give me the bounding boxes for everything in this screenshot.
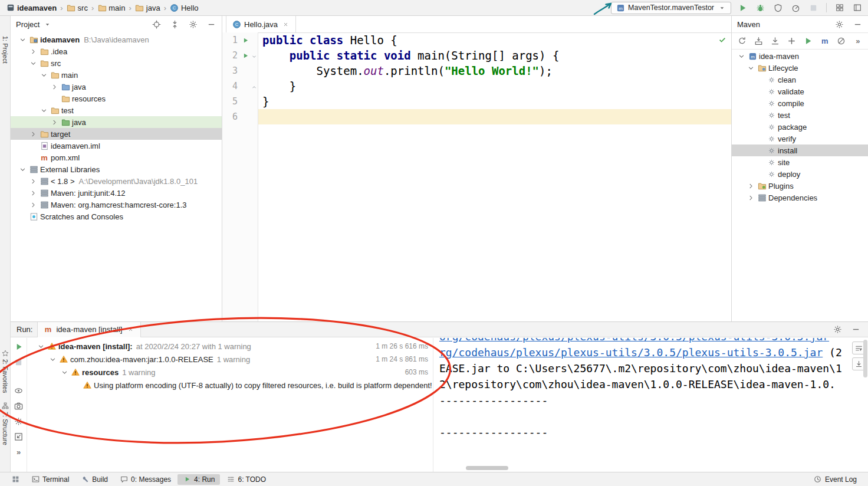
line-number[interactable]: 5 [222, 94, 238, 109]
star-icon[interactable] [2, 350, 9, 357]
statusbar-4-run[interactable]: 4: Run [177, 474, 220, 485]
structure-icon[interactable] [2, 402, 9, 409]
code-line[interactable]: } [258, 94, 731, 109]
code-line[interactable]: } [258, 78, 731, 94]
tree-item-verify[interactable]: verify [732, 133, 868, 145]
line-number[interactable]: 6 [222, 109, 238, 124]
minimize-button[interactable] [852, 19, 863, 29]
editor-tab-hello-java[interactable]: C Hello.java [226, 16, 296, 32]
line-number[interactable]: 4 [222, 78, 238, 94]
tree-item-main[interactable]: main [11, 69, 222, 81]
fold-up-icon[interactable] [251, 83, 257, 92]
statusbar-event-log[interactable]: Event Log [808, 474, 862, 485]
code-line[interactable] [258, 109, 731, 124]
camera-button[interactable] [14, 401, 24, 411]
editor-body[interactable]: 123456 public class Hello { public stati… [222, 32, 731, 321]
execute-m-button[interactable]: m [820, 36, 830, 47]
breadcrumb-java[interactable]: java [134, 3, 162, 12]
project-panel-title[interactable]: Project [16, 20, 40, 29]
tree-item-idea-maven-install[interactable]: idea-maven [install]:at 2020/2/24 20:27 … [28, 340, 433, 353]
gear-button[interactable] [832, 324, 843, 335]
layout-grid-button[interactable] [834, 2, 846, 14]
tool-window-button[interactable] [851, 2, 863, 14]
tree-item-ideamaven[interactable]: ideamavenB:\Java\ideamaven [11, 34, 222, 45]
line-number[interactable]: 1 [222, 32, 238, 48]
tree-item-com-zhou-idea-maven-jar-1-0-0-release[interactable]: com.zhou:idea-maven:jar:1.0.0-RELEASE1 w… [28, 353, 433, 366]
statusbar-grid[interactable] [6, 474, 25, 485]
stop-button[interactable] [807, 2, 819, 14]
download-button[interactable] [770, 36, 780, 47]
stripe-project-button[interactable]: 1: Project [2, 36, 9, 63]
tree-item-resources[interactable]: resources [11, 93, 222, 104]
plus-button[interactable] [787, 36, 796, 47]
vertical-scrollbar[interactable] [863, 340, 867, 377]
breadcrumb-main[interactable]: main [96, 3, 126, 12]
tree-item-test[interactable]: test [732, 109, 868, 121]
run-line-icon[interactable] [242, 52, 249, 61]
gear-button[interactable] [188, 19, 198, 29]
stripe-structure-button[interactable]: 7: Structure [2, 412, 9, 445]
close-icon[interactable] [281, 19, 290, 29]
run-tab-idea-maven-install[interactable]: m idea-maven [install] [37, 322, 141, 337]
code-line[interactable]: public class Hello { [258, 32, 731, 48]
dock-button[interactable] [14, 432, 24, 441]
minimize-button[interactable] [850, 324, 861, 335]
tree-item-resources[interactable]: resources1 warning603 ms [28, 366, 433, 379]
gear-button[interactable] [834, 19, 844, 29]
console-link[interactable]: rg/codehaus/plexus/plexus-utils/3.0.5/pl… [439, 346, 823, 359]
eye-button[interactable] [14, 386, 24, 395]
tree-item-idea[interactable]: .idea [11, 45, 222, 57]
tree-item-package[interactable]: package [732, 121, 868, 133]
tree-item-scratches-and-consoles[interactable]: Scratches and Consoles [11, 211, 222, 222]
more-button[interactable]: » [853, 36, 863, 47]
gear-button[interactable] [14, 416, 24, 426]
console-link[interactable]: org/codehaus/plexus/plexus-utils/3.0.5/p… [439, 338, 829, 343]
breadcrumb-ideamaven[interactable]: ideamaven [5, 3, 58, 12]
line-number[interactable]: 3 [222, 63, 238, 78]
profiler-button[interactable] [790, 2, 801, 14]
breadcrumb-hello[interactable]: CHello [169, 3, 200, 12]
horizontal-scrollbar[interactable] [466, 466, 508, 470]
download-sources-button[interactable] [754, 36, 763, 47]
tree-item-src[interactable]: src [11, 57, 222, 69]
minimize-button[interactable] [206, 19, 216, 29]
refresh-button[interactable] [737, 36, 747, 47]
coverage-button[interactable] [772, 2, 784, 14]
code-area[interactable]: public class Hello { public static void … [258, 32, 731, 321]
run-console[interactable]: org/codehaus/plexus/plexus-utils/3.0.5/p… [435, 338, 850, 468]
line-number[interactable]: 2 [222, 48, 238, 63]
tree-item-deploy[interactable]: deploy [732, 168, 868, 180]
run-button[interactable] [737, 2, 748, 14]
statusbar-build[interactable]: Build [75, 474, 113, 485]
tree-item-test[interactable]: test [11, 104, 222, 116]
breadcrumb-src[interactable]: src [65, 3, 89, 12]
statusbar-terminal[interactable]: Terminal [26, 474, 74, 485]
more-button[interactable]: » [14, 447, 24, 457]
tree-item-validate[interactable]: validate [732, 86, 868, 97]
tree-item-java[interactable]: java [11, 81, 222, 93]
stripe-favorites-button[interactable]: 2: Favorites [2, 359, 9, 393]
fold-down-icon[interactable] [251, 52, 257, 61]
tree-item-plugins[interactable]: Plugins [732, 180, 868, 192]
tree-item-external-libraries[interactable]: External Libraries [11, 163, 222, 175]
debug-button[interactable] [754, 2, 766, 14]
tree-item-install[interactable]: install [732, 145, 868, 156]
run-config-select[interactable]: m MavenTestor.mavenTestor [611, 2, 731, 14]
statusbar-0-messages[interactable]: 0: Messages [114, 474, 176, 485]
tree-item-maven-org-hamcrest-hamcrest-core-1-3[interactable]: Maven: org.hamcrest:hamcrest-core:1.3 [11, 199, 222, 211]
tree-item-using-platform-encoding-utf-8-actually-t[interactable]: Using platform encoding (UTF-8 actually)… [28, 379, 433, 392]
code-line[interactable]: System.out.println("Hello World!"); [258, 63, 731, 78]
inspection-ok-icon[interactable] [718, 35, 726, 45]
chevron-down-icon[interactable] [42, 19, 52, 29]
tree-item-java[interactable]: java [11, 116, 222, 128]
tree-item-dependencies[interactable]: Dependencies [732, 192, 868, 203]
code-line[interactable]: public static void main(String[] args) { [258, 48, 731, 63]
skip-tests-button[interactable] [837, 36, 846, 47]
tree-item-lifecycle[interactable]: Lifecycle [732, 62, 868, 74]
stop-button[interactable] [14, 357, 24, 367]
tree-item-1-8[interactable]: < 1.8 >A:\Development\Java\jdk1.8.0_101 [11, 175, 222, 187]
crosshair-button[interactable] [151, 19, 162, 29]
tree-item-maven-junit-junit-4-12[interactable]: Maven: junit:junit:4.12 [11, 187, 222, 199]
statusbar-6-todo[interactable]: 6: TODO [221, 474, 271, 485]
run-button[interactable] [804, 36, 813, 47]
